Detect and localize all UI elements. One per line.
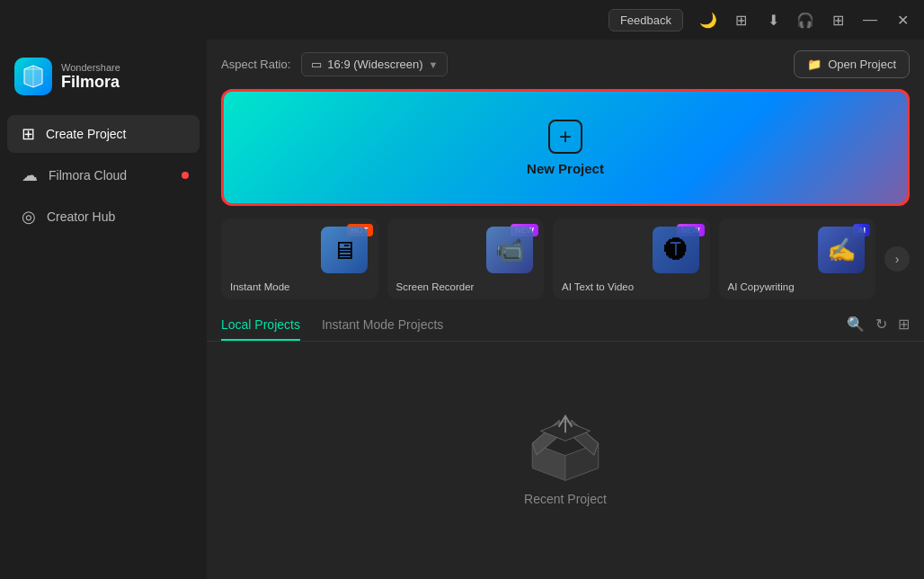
- grid-icon[interactable]: ⊞: [823, 5, 852, 34]
- content-area: Aspect Ratio: ▭ 16:9 (Widescreen) ▼ 📁 Op…: [207, 40, 924, 579]
- feature-cards: HOT 🖥 Instant Mode NEW 📹 Screen Recorder…: [207, 206, 924, 307]
- nav-filmora-cloud[interactable]: ☁ Filmora Cloud: [7, 156, 200, 194]
- new-project-plus-icon: +: [548, 120, 582, 154]
- new-project-label: New Project: [527, 161, 604, 176]
- creator-hub-icon: ◎: [22, 207, 36, 227]
- logo-area: Wondershare Filmora: [0, 50, 207, 113]
- feature-card-screen-recorder[interactable]: NEW 📹 Screen Recorder: [387, 218, 545, 299]
- feature-card-ai-text-video[interactable]: NEW 🅣 AI Text to Video: [553, 218, 710, 299]
- close-button[interactable]: ✕: [888, 5, 917, 34]
- ai-copywriting-icon: ✍: [818, 227, 872, 281]
- empty-box-illustration: [516, 396, 615, 477]
- minimize-button[interactable]: —: [856, 5, 884, 34]
- sidebar: Wondershare Filmora ⊞ Create Project ☁ F…: [0, 40, 207, 579]
- new-project-banner[interactable]: + New Project: [221, 89, 910, 206]
- open-project-label: Open Project: [828, 58, 896, 71]
- brand-name: Wondershare: [61, 62, 120, 73]
- search-icon[interactable]: 🔍: [847, 316, 865, 333]
- download-icon[interactable]: ⬇: [759, 5, 787, 34]
- aspect-ratio-label: Aspect Ratio:: [221, 58, 290, 71]
- tab-local-projects[interactable]: Local Projects: [221, 310, 300, 341]
- aspect-ratio-selector[interactable]: ▭ 16:9 (Widescreen) ▼: [301, 52, 448, 76]
- nav-creator-hub-label: Creator Hub: [47, 209, 115, 224]
- create-project-icon: ⊞: [22, 124, 35, 144]
- tab-actions: 🔍 ↻ ⊞: [847, 316, 910, 336]
- feature-card-instant-mode[interactable]: HOT 🖥 Instant Mode: [221, 218, 378, 299]
- ai-text-video-icon: 🅣: [653, 227, 706, 281]
- scroll-right-arrow[interactable]: ›: [884, 246, 910, 272]
- notification-dot: [182, 172, 189, 179]
- folder-icon: 📁: [807, 58, 822, 71]
- logo-icon: [14, 58, 52, 95]
- top-bar: Aspect Ratio: ▭ 16:9 (Widescreen) ▼ 📁 Op…: [207, 40, 924, 89]
- aspect-ratio-value: 16:9 (Widescreen): [327, 58, 422, 71]
- screen-recorder-label: Screen Recorder: [396, 281, 475, 292]
- projects-tabs: Local Projects Instant Mode Projects 🔍 ↻…: [207, 307, 924, 342]
- instant-mode-icon: 🖥: [321, 227, 375, 281]
- nav-create-project[interactable]: ⊞ Create Project: [7, 115, 200, 153]
- headset-icon[interactable]: 🎧: [791, 5, 820, 34]
- settings-icon[interactable]: ⊞: [726, 5, 755, 34]
- product-name: Filmora: [61, 73, 120, 92]
- grid-view-icon[interactable]: ⊞: [898, 316, 910, 333]
- screen-recorder-icon: 📹: [486, 227, 540, 281]
- cloud-icon: ☁: [22, 165, 38, 185]
- feedback-button[interactable]: Feedback: [609, 9, 683, 31]
- feature-card-ai-copywriting[interactable]: AI ✍ AI Copywriting: [719, 218, 876, 299]
- titlebar: Feedback 🌙 ⊞ ⬇ 🎧 ⊞ — ✕: [0, 0, 924, 40]
- theme-toggle-icon[interactable]: 🌙: [694, 5, 723, 34]
- ai-copywriting-label: AI Copywriting: [728, 281, 795, 292]
- instant-mode-label: Instant Mode: [230, 281, 289, 292]
- nav-creator-hub[interactable]: ◎ Creator Hub: [7, 198, 200, 236]
- empty-state: Recent Project: [207, 342, 924, 579]
- refresh-icon[interactable]: ↻: [875, 316, 887, 333]
- logo-text: Wondershare Filmora: [61, 62, 120, 92]
- nav-filmora-cloud-label: Filmora Cloud: [49, 168, 127, 183]
- tab-instant-mode-projects[interactable]: Instant Mode Projects: [322, 310, 443, 341]
- chevron-down-icon: ▼: [429, 59, 439, 70]
- recent-project-label: Recent Project: [524, 492, 607, 506]
- ai-text-video-label: AI Text to Video: [562, 281, 634, 292]
- open-project-button[interactable]: 📁 Open Project: [794, 50, 910, 78]
- nav-create-project-label: Create Project: [46, 127, 126, 141]
- aspect-ratio-icon: ▭: [311, 58, 322, 71]
